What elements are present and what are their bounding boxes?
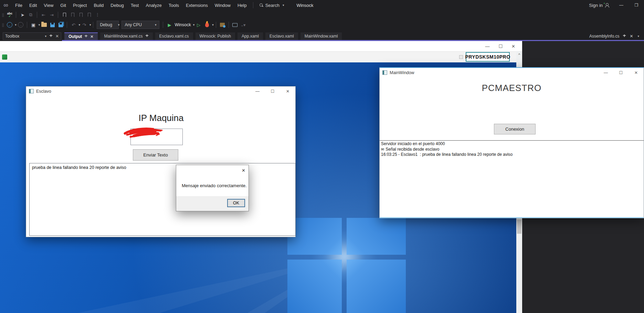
app-icon[interactable] xyxy=(2,54,7,60)
vs-minimize-button[interactable]: — xyxy=(614,0,629,10)
close-icon[interactable]: ✕ xyxy=(630,34,633,39)
vs-restore-button[interactable]: ❐ xyxy=(629,0,644,10)
hot-reload-icon[interactable] xyxy=(203,21,211,29)
menu-extensions[interactable]: Extensions xyxy=(182,2,211,9)
chevron-down-icon: ▾ xyxy=(283,3,284,7)
message-dialog: ✕ Mensaje enviado correctamente. OK xyxy=(176,165,249,211)
mainwindow-titlebar[interactable]: MainWindow — ☐ ✕ xyxy=(380,68,644,77)
tab-mainwindow-xaml-cs[interactable]: MainWindow.xaml.cs xyxy=(100,32,153,40)
indent-icon[interactable]: ⇥ xyxy=(48,11,55,19)
platform-dropdown[interactable]: Any CPU ▾ xyxy=(122,21,159,29)
tab-app-xaml[interactable]: App.xaml xyxy=(237,32,263,40)
vs-tab-strip: Toolbox ▾ ✕ Output ✕ MainWindow.xaml.cs … xyxy=(0,32,644,41)
menu-help[interactable]: Help xyxy=(234,2,250,9)
tab-esclavo-xaml-cs[interactable]: Esclavo.xaml.cs xyxy=(155,32,193,40)
undo-icon[interactable]: ↶ xyxy=(70,21,77,29)
windows-logo-pane xyxy=(287,260,342,313)
bookmark-icon[interactable] xyxy=(61,11,68,19)
checkbox-icon[interactable] xyxy=(459,55,463,59)
esclavo-titlebar[interactable]: Esclavo — ☐ ✕ xyxy=(26,87,295,96)
minimize-icon[interactable]: — xyxy=(598,68,613,77)
start-debug-button[interactable]: ▶ xyxy=(166,21,173,29)
menu-git[interactable]: Git xyxy=(57,2,70,9)
close-icon[interactable]: ✕ xyxy=(90,34,93,39)
copy-icon[interactable]: ⧉ xyxy=(27,11,34,19)
chevron-down-icon: ▾ xyxy=(193,23,195,27)
menu-project[interactable]: Project xyxy=(70,2,90,9)
close-icon[interactable]: ✕ xyxy=(242,168,245,173)
scrollbar-thumb[interactable] xyxy=(517,220,521,234)
background-app-toolbar: PRYDSKSM10PRO xyxy=(0,51,522,62)
menu-view[interactable]: View xyxy=(40,2,57,9)
attach-process-icon[interactable] xyxy=(219,21,226,29)
minimize-icon[interactable]: — xyxy=(250,87,265,96)
chevron-down-icon[interactable]: ▾ xyxy=(637,34,639,38)
prev-bookmark-icon[interactable] xyxy=(69,11,76,19)
tab-winsock-publish[interactable]: Winsock: Publish xyxy=(196,32,235,40)
menu-separator xyxy=(253,2,253,8)
message-textarea[interactable]: prueba de linea fallando linea 20 report… xyxy=(29,163,296,236)
minimize-icon[interactable]: — xyxy=(485,44,489,49)
maximize-icon[interactable]: ☐ xyxy=(265,87,280,96)
pin-icon[interactable] xyxy=(84,35,88,38)
menu-test[interactable]: Test xyxy=(127,2,142,9)
mainwindow-window: MainWindow — ☐ ✕ PCMAESTRO Conexion Serv… xyxy=(379,67,644,218)
maximize-icon[interactable]: ☐ xyxy=(613,68,629,77)
redo-icon[interactable]: ↷ xyxy=(81,21,88,29)
conexion-button[interactable]: Conexion xyxy=(494,124,536,134)
close-icon[interactable]: ✕ xyxy=(511,44,515,49)
toolbar-overflow-icon[interactable]: ₌▾ xyxy=(240,21,247,29)
next-bookmark-icon[interactable] xyxy=(77,11,85,19)
save-icon[interactable] xyxy=(49,21,56,29)
menu-build[interactable]: Build xyxy=(90,2,107,9)
tab-mainwindow-xaml[interactable]: MainWindow.xaml xyxy=(300,32,342,40)
toolbox-panel-header[interactable]: Toolbox ▾ ✕ xyxy=(3,32,61,40)
server-log[interactable]: Servidor iniciado en el puerto 4000 ✉Señ… xyxy=(380,140,644,217)
tab-label: MainWindow.xaml.cs xyxy=(104,34,143,39)
tab-label: App.xaml xyxy=(242,34,259,39)
new-project-icon[interactable]: ▣ xyxy=(30,21,37,29)
run-target-label[interactable]: Winsock xyxy=(175,22,191,27)
close-icon[interactable]: ✕ xyxy=(55,34,59,39)
pin-icon[interactable] xyxy=(623,34,626,38)
ok-button[interactable]: OK xyxy=(227,199,245,207)
tab-esclavo-xaml[interactable]: Esclavo.xaml xyxy=(265,32,298,40)
navigate-forward-icon[interactable]: → xyxy=(17,21,24,29)
chevron-down-icon: ▾ xyxy=(89,23,91,27)
rename-icon[interactable]: abc✓ xyxy=(6,11,13,19)
menu-window[interactable]: Window xyxy=(211,2,234,9)
open-folder-icon[interactable] xyxy=(40,21,48,29)
configuration-dropdown[interactable]: Debug ▾ xyxy=(97,21,119,29)
maximize-icon[interactable]: ☐ xyxy=(498,44,503,49)
menu-tools[interactable]: Tools xyxy=(165,2,182,9)
configuration-value: Debug xyxy=(100,22,112,27)
close-icon[interactable]: ✕ xyxy=(629,68,644,77)
pointer-icon[interactable]: ➤ xyxy=(19,11,26,19)
machine-name-box[interactable]: PRYDSKSM10PRO xyxy=(466,52,510,62)
chevron-down-icon: ▾ xyxy=(118,23,120,27)
menu-edit[interactable]: Edit xyxy=(26,2,40,9)
save-all-icon[interactable] xyxy=(57,21,64,29)
clear-bookmarks-icon[interactable] xyxy=(85,11,93,19)
pin-icon[interactable] xyxy=(145,34,149,38)
tab-assemblyinfo-cs[interactable]: AssemblyInfo.cs ✕ ▾ xyxy=(587,32,642,40)
vs-search[interactable]: Search ▾ xyxy=(256,2,288,9)
toolbar-options-icon[interactable]: ᎒ xyxy=(94,11,101,19)
pin-icon[interactable] xyxy=(49,34,53,38)
preview-window-icon[interactable] xyxy=(231,21,239,29)
drag-handle-icon: ⣿ xyxy=(0,13,6,17)
menu-analyze[interactable]: Analyze xyxy=(142,2,165,9)
menu-file[interactable]: File xyxy=(12,2,26,9)
start-without-debug-icon[interactable]: ▷ xyxy=(195,21,202,29)
menu-debug[interactable]: Debug xyxy=(107,2,127,9)
navigate-back-icon[interactable]: ← xyxy=(6,21,13,29)
scroll-up-icon[interactable]: ^ xyxy=(516,51,522,59)
search-icon xyxy=(260,3,263,7)
background-app-window: — ☐ ✕ PRYDSKSM10PRO xyxy=(0,41,522,62)
enviar-texto-button[interactable]: Enviar Texto xyxy=(133,149,178,161)
close-icon[interactable]: ✕ xyxy=(280,87,295,96)
tab-output[interactable]: Output ✕ xyxy=(64,32,98,40)
sign-in-button[interactable]: Sign in + xyxy=(584,3,614,8)
chevron-down-icon: ▾ xyxy=(78,23,80,27)
outdent-icon[interactable]: ⇤ xyxy=(40,11,47,19)
